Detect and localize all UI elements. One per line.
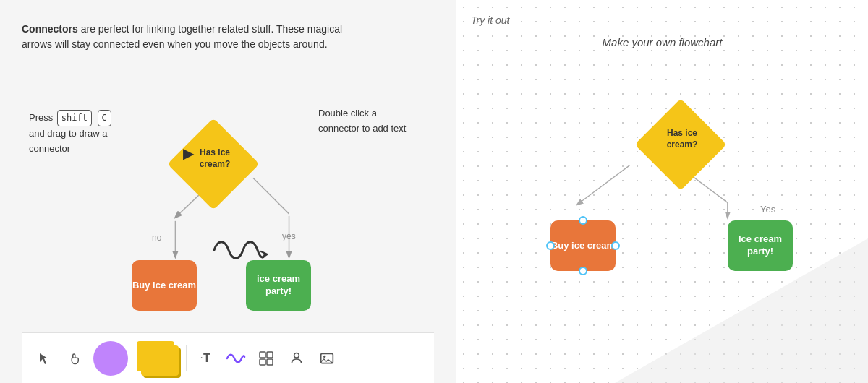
buy-ice-cream-label: Buy ice cream bbox=[132, 280, 196, 292]
description-text: Connectors are perfect for linking toget… bbox=[22, 22, 354, 52]
right-party-node[interactable]: Ice cream party! bbox=[728, 220, 793, 271]
dblclick-text: Double click a connector to add text bbox=[318, 108, 406, 134]
no-label: no bbox=[152, 233, 161, 243]
press-instruction: Press shift C and drag to draw a connect… bbox=[29, 110, 113, 157]
hand-tool[interactable] bbox=[63, 347, 86, 370]
ice-cream-party-node[interactable]: ice cream party! bbox=[246, 260, 311, 311]
conn-dot-left bbox=[546, 241, 555, 250]
svg-rect-6 bbox=[260, 352, 265, 358]
right-yes-label: Yes bbox=[760, 204, 775, 215]
svg-marker-5 bbox=[40, 353, 48, 364]
toolbar-separator-1 bbox=[186, 345, 187, 371]
connector-tool-icon bbox=[226, 351, 246, 366]
hand-icon bbox=[68, 352, 81, 365]
svg-point-12 bbox=[323, 355, 326, 357]
svg-rect-9 bbox=[267, 359, 273, 365]
conn-dot-right bbox=[611, 241, 620, 250]
press-line3: connector bbox=[29, 143, 70, 154]
conn-dot-bottom bbox=[579, 267, 587, 275]
press-label: Press bbox=[29, 112, 53, 123]
svg-line-3 bbox=[253, 178, 289, 214]
dblclick-instruction: Double click a connector to add text bbox=[318, 106, 412, 137]
press-line2: and drag to draw a bbox=[29, 128, 107, 139]
conn-dot-top bbox=[579, 216, 587, 225]
image-icon bbox=[320, 351, 334, 366]
svg-rect-8 bbox=[260, 359, 265, 365]
svg-point-10 bbox=[294, 353, 299, 358]
description-bold: Connectors bbox=[22, 23, 78, 35]
image-tool[interactable] bbox=[315, 347, 339, 370]
buy-ice-cream-node[interactable]: Buy ice cream bbox=[132, 260, 197, 311]
person-icon bbox=[289, 351, 304, 366]
connector-tool[interactable] bbox=[224, 347, 247, 370]
circle-shape-tool[interactable] bbox=[93, 341, 128, 376]
flowchart-area: Press shift C and drag to draw a connect… bbox=[22, 66, 434, 332]
right-buy-label: Buy ice cream bbox=[551, 240, 615, 252]
text-tool[interactable]: · T bbox=[194, 347, 217, 370]
person-tool[interactable] bbox=[285, 347, 308, 370]
left-panel: Connectors are perfect for linking toget… bbox=[0, 0, 456, 383]
right-party-label: Ice cream party! bbox=[728, 233, 793, 258]
arrow-cursor-icon bbox=[38, 352, 50, 365]
rect-shape-tool[interactable] bbox=[135, 340, 179, 377]
right-diamond-text: Has ice cream? bbox=[657, 128, 707, 150]
right-buy-node[interactable]: Buy ice cream bbox=[550, 220, 616, 271]
ice-cream-party-label: ice cream party! bbox=[246, 273, 311, 298]
squiggle-icon bbox=[210, 236, 268, 264]
make-flowchart-label: Make your own flowchart bbox=[603, 36, 723, 48]
component-tool[interactable] bbox=[255, 347, 278, 370]
try-it-label: Try it out bbox=[471, 14, 509, 26]
yes-label: yes bbox=[282, 231, 296, 241]
component-icon bbox=[259, 351, 273, 366]
shift-key: shift bbox=[57, 110, 92, 126]
squiggle-area bbox=[210, 236, 268, 267]
toolbar: · T bbox=[22, 332, 434, 383]
left-diamond-text: Has ice cream? bbox=[190, 147, 240, 170]
c-key: C bbox=[98, 110, 111, 126]
arrow-tool[interactable] bbox=[33, 347, 56, 370]
main-content: Connectors are perfect for linking toget… bbox=[0, 0, 868, 383]
svg-rect-7 bbox=[267, 352, 273, 358]
right-panel: Try it out Make your own flowchart Has i… bbox=[456, 0, 868, 383]
cursor-icon: ▶ bbox=[183, 145, 194, 162]
